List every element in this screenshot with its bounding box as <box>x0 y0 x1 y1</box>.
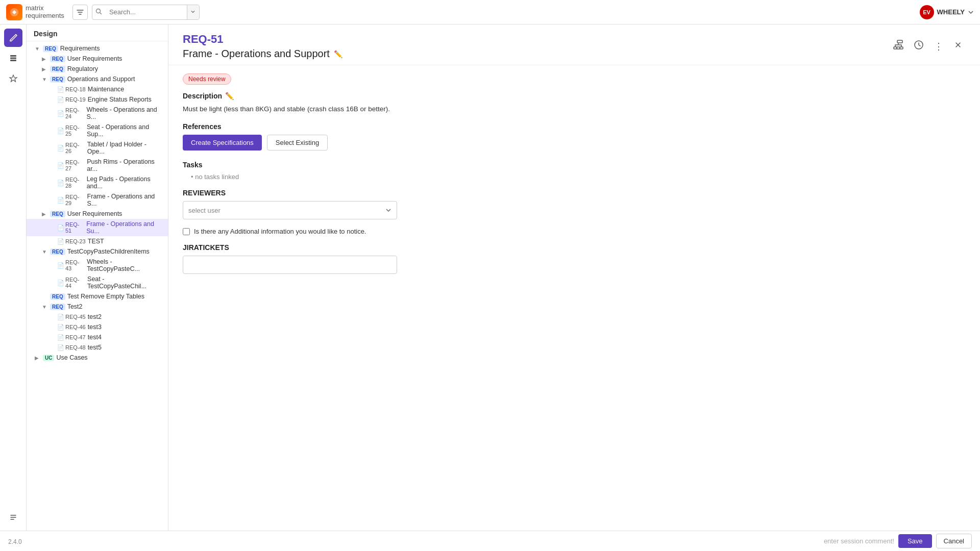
tree-item-req18[interactable]: 📄 REQ-18 Maintenance <box>27 84 168 94</box>
tasks-section: Tasks no tasks linked <box>183 161 966 181</box>
logo-text: matrix requirements <box>26 5 64 19</box>
jira-input[interactable] <box>183 256 397 274</box>
logo: matrix requirements <box>6 4 64 20</box>
tree-item-req29[interactable]: 📄 REQ-29 Frame - Operations and S... <box>27 191 168 209</box>
reviewers-dropdown[interactable]: select user <box>183 201 397 219</box>
doc-icon: 📄 <box>57 86 64 93</box>
edit-description-button[interactable]: ✏️ <box>225 92 234 100</box>
sidebar-item-pencil[interactable] <box>4 29 22 47</box>
tasks-section-title: Tasks <box>183 161 966 169</box>
req-badge: REQ <box>50 66 65 72</box>
tree-item-user-req-2[interactable]: ▶ REQ User Requirements <box>27 209 168 219</box>
tree-item-req45[interactable]: 📄 REQ-45 test2 <box>27 312 168 322</box>
chevron-icon: ▼ <box>42 249 50 255</box>
more-options-button[interactable]: ⋮ <box>931 39 946 54</box>
tree-item-req27[interactable]: 📄 REQ-27 Push Rims - Operations ar... <box>27 157 168 174</box>
tree-item-label: Tablet / Ipad Holder - Ope... <box>87 141 164 155</box>
tree-item-req43[interactable]: 📄 REQ-43 Wheels - TestCopyPasteC... <box>27 257 168 274</box>
doc-icon: 📄 <box>57 344 64 351</box>
item-title: Frame - Operations and Support ✏️ <box>183 48 342 60</box>
tree-item-req26[interactable]: 📄 REQ-26 Tablet / Ipad Holder - Ope... <box>27 139 168 157</box>
search-input[interactable] <box>105 8 187 16</box>
doc-icon: 📄 <box>57 224 64 231</box>
references-section-title: References <box>183 122 966 131</box>
chevron-down-icon <box>968 9 974 15</box>
version-text: 2.4.0 <box>8 538 22 545</box>
additional-info-checkbox[interactable] <box>183 228 190 235</box>
doc-icon: 📄 <box>57 314 64 320</box>
description-section-title: Description ✏️ <box>183 92 966 100</box>
tree-item-req48[interactable]: 📄 REQ-48 test5 <box>27 342 168 353</box>
history-button[interactable] <box>911 38 927 55</box>
create-specs-button[interactable]: Create Specifications <box>183 135 262 151</box>
tree-item-ops-support[interactable]: ▼ REQ Operations and Support <box>27 74 168 84</box>
sidebar-item-layers[interactable] <box>4 49 22 67</box>
tree-item-test-remove[interactable]: REQ Test Remove Empty Tables <box>27 291 168 302</box>
tree-item-req23[interactable]: 📄 REQ-23 TEST <box>27 236 168 246</box>
tree-item-label: Leg Pads - Operations and... <box>87 176 164 190</box>
tree-item-req46[interactable]: 📄 REQ-46 test3 <box>27 322 168 332</box>
tree-item-label: Operations and Support <box>67 76 135 83</box>
tree-item-label: Regulatory <box>67 65 98 72</box>
bottom-left: 2.4.0 <box>8 537 22 546</box>
search-icon <box>92 8 105 17</box>
tree-item-req28[interactable]: 📄 REQ-28 Leg Pads - Operations and... <box>27 174 168 191</box>
filter-button[interactable] <box>72 5 88 20</box>
tree-item-req25[interactable]: 📄 REQ-25 Seat - Operations and Sup... <box>27 122 168 139</box>
svg-rect-3 <box>10 58 16 59</box>
chevron-icon: ▼ <box>42 77 50 82</box>
content-body: Needs review Description ✏️ Must be ligh… <box>168 65 980 531</box>
tree-item-req51[interactable]: 📄 REQ-51 Frame - Operations and Su... <box>27 219 168 236</box>
tree-item-req44[interactable]: 📄 REQ-44 Seat - TestCopyPasteChil... <box>27 274 168 291</box>
doc-icon: 📄 <box>57 280 64 286</box>
chevron-icon: ▶ <box>42 66 50 72</box>
tree-item-requirements[interactable]: ▼ REQ Requirements <box>27 43 168 54</box>
session-comment-text: enter session comment! <box>824 537 894 545</box>
close-button[interactable] <box>950 38 966 54</box>
user-name: WHEELY <box>937 8 965 16</box>
item-number: REQ-47 <box>65 334 86 340</box>
content-header-left: REQ-51 Frame - Operations and Support ✏️ <box>183 33 342 60</box>
sidebar-item-collapse[interactable] <box>4 508 22 527</box>
cancel-button[interactable]: Cancel <box>936 534 972 548</box>
item-number: REQ-24 <box>65 107 85 119</box>
tree-item-req19[interactable]: 📄 REQ-19 Engine Status Reports <box>27 94 168 105</box>
tree-item-label: Push Rims - Operations ar... <box>87 158 164 172</box>
chevron-icon: ▶ <box>42 211 50 217</box>
tree-item-label: test2 <box>88 313 102 320</box>
avatar: EV <box>920 5 934 19</box>
tree-item-req47[interactable]: 📄 REQ-47 test4 <box>27 332 168 342</box>
svg-point-1 <box>96 9 100 13</box>
svg-rect-2 <box>10 55 16 57</box>
chevron-icon: ▼ <box>42 304 50 310</box>
item-number: REQ-28 <box>65 177 85 189</box>
select-existing-button[interactable]: Select Existing <box>267 135 328 151</box>
tree-item-testcopy[interactable]: ▼ REQ TestCopyPasteChildrenItems <box>27 246 168 257</box>
doc-icon: 📄 <box>57 145 64 152</box>
user-badge[interactable]: EV WHEELY <box>920 5 974 19</box>
tree-item-label: Wheels - Operations and S... <box>87 106 164 120</box>
tree-item-user-req[interactable]: ▶ REQ User Requirements <box>27 54 168 64</box>
search-dropdown-button[interactable] <box>187 5 199 20</box>
tree-item-label: Test2 <box>67 303 83 310</box>
bottom-right: enter session comment! Save Cancel <box>824 534 972 548</box>
req-badge: REQ <box>50 293 65 300</box>
additional-info-label: Is there any Additional information you … <box>194 228 366 235</box>
tree-item-test2[interactable]: ▼ REQ Test2 <box>27 302 168 312</box>
tree-item-label: Wheels - TestCopyPasteC... <box>87 258 164 272</box>
item-number: REQ-23 <box>65 238 86 244</box>
tree-item-label: User Requirements <box>67 210 122 217</box>
svg-rect-8 <box>900 47 903 49</box>
doc-icon: 📄 <box>57 96 64 103</box>
tree-item-req24[interactable]: 📄 REQ-24 Wheels - Operations and S... <box>27 105 168 122</box>
doc-icon: 📄 <box>57 110 64 117</box>
tree-item-use-cases[interactable]: ▶ UC Use Cases <box>27 353 168 363</box>
tree-structure-button[interactable] <box>890 38 906 55</box>
edit-title-button[interactable]: ✏️ <box>334 50 342 58</box>
save-button[interactable]: Save <box>898 534 932 548</box>
tree-item-regulatory[interactable]: ▶ REQ Regulatory <box>27 64 168 74</box>
tree-item-label: Seat - Operations and Sup... <box>87 123 164 138</box>
sidebar-item-star[interactable] <box>4 69 22 88</box>
req-badge: REQ <box>50 76 65 83</box>
chevron-icon: ▼ <box>35 46 43 52</box>
